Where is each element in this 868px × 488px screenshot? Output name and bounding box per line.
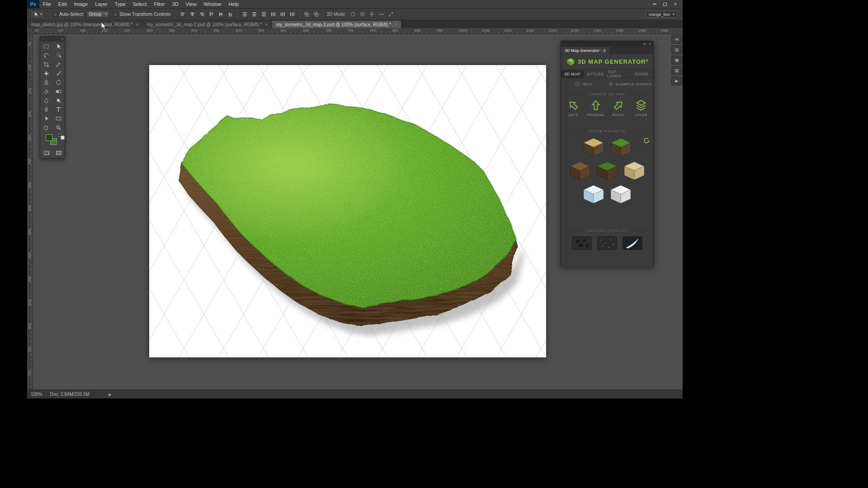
menu-edit[interactable]: Edit	[55, 0, 71, 9]
tool-preset-picker[interactable]: ▾	[31, 10, 44, 19]
style-preset-white[interactable]	[610, 185, 631, 206]
eyedropper-tool[interactable]	[52, 60, 65, 69]
gradient-tool[interactable]	[52, 87, 65, 96]
foreground-color-swatch[interactable]	[46, 134, 52, 141]
style-preset-grass-dirt[interactable]	[610, 138, 631, 159]
menu-image[interactable]: Image	[71, 0, 92, 9]
menu-type[interactable]: Type	[111, 0, 129, 9]
tab-close-icon[interactable]: ×	[136, 22, 138, 27]
align-left-icon[interactable]	[179, 10, 187, 18]
quick-selection-tool[interactable]	[52, 51, 65, 60]
menu-select[interactable]: Select	[129, 0, 151, 9]
tools-panel-header[interactable]: ∙∙ ×	[40, 37, 65, 42]
distribute-v-icon[interactable]	[259, 10, 268, 18]
ground-effect-stones[interactable]	[597, 236, 617, 250]
ground-effect-dark-holes[interactable]	[572, 236, 592, 250]
plugin-tab-styles[interactable]: STYLES	[584, 70, 607, 78]
plugin-tab-icons[interactable]: ICONS	[630, 70, 653, 78]
path-selection-tool[interactable]	[40, 114, 52, 123]
distribute-h-icon[interactable]	[278, 10, 287, 18]
align-middle-icon[interactable]	[217, 10, 225, 18]
timeline-icon[interactable]: ▶	[671, 76, 682, 85]
vertical-ruler[interactable]: 5010015020025030035040045050055060065070…	[27, 34, 33, 389]
menu-layer[interactable]: Layer	[91, 0, 111, 9]
tab-close-icon[interactable]: ×	[265, 22, 268, 27]
ground-effect-feather[interactable]	[623, 236, 642, 250]
plugin-tab-top-layer[interactable]: TOP LAYER	[607, 70, 630, 78]
document-tab-1[interactable]: map_sketch.jpg @ 100% (marquee_tool, RGB…	[27, 21, 143, 28]
style-preset-dirt[interactable]	[570, 161, 590, 182]
ruler-origin-corner[interactable]	[27, 28, 33, 34]
auto-select-checkbox[interactable]	[53, 12, 57, 17]
3d-pan-icon[interactable]	[368, 10, 376, 18]
show-transform-checkbox[interactable]	[113, 12, 118, 17]
crop-tool[interactable]	[40, 60, 52, 69]
create-right-button[interactable]: RIGHT	[608, 99, 629, 127]
create-frontal-button[interactable]: FRONTAL	[585, 99, 606, 127]
create-layer-button[interactable]: LAYER	[631, 99, 651, 127]
workspace-selector[interactable]: orange_box ▾	[646, 11, 677, 18]
collapse-panel-icon[interactable]: ≪	[642, 42, 646, 46]
3d-scene-icon[interactable]: ▦	[671, 56, 682, 65]
layers-icon[interactable]: ▧	[671, 66, 682, 75]
status-flyout-arrow-icon[interactable]: ▶	[108, 392, 112, 397]
screen-mode-button[interactable]	[54, 150, 63, 156]
3d-orbit-icon[interactable]	[349, 10, 357, 18]
minimize-button[interactable]	[650, 1, 659, 7]
close-icon[interactable]: ×	[61, 37, 63, 41]
menu-help[interactable]: Help	[225, 0, 243, 9]
auto-select-scope-dropdown[interactable]: Group ▾	[86, 11, 110, 18]
pen-tool[interactable]	[40, 105, 52, 114]
menu-filter[interactable]: Filter	[150, 0, 168, 9]
app-logo[interactable]: Ps	[27, 0, 39, 9]
style-preset-grass[interactable]	[597, 161, 618, 182]
distribute-h-icon[interactable]	[269, 10, 278, 18]
auto-align-icon[interactable]	[302, 10, 311, 18]
rect-marquee-tool[interactable]	[40, 42, 52, 51]
brush-tool[interactable]	[52, 69, 65, 78]
collapse-panels-icon[interactable]: ≪	[671, 35, 682, 44]
align-bottom-icon[interactable]	[226, 10, 235, 18]
distribute-v-icon[interactable]	[241, 10, 249, 18]
example-shapes-button[interactable]: ▸ EXAMPLE SHAPES	[607, 82, 653, 86]
doc-size-info[interactable]: Doc: 2.84M/239.5M	[50, 392, 90, 397]
plugin-tab-3d-map[interactable]: 3D MAP	[561, 70, 584, 78]
tab-close-icon[interactable]: ×	[394, 22, 397, 27]
3d-slide-icon[interactable]	[377, 10, 386, 18]
menu-view[interactable]: View	[182, 0, 200, 9]
type-tool[interactable]	[52, 105, 65, 114]
zoom-tool[interactable]	[52, 123, 65, 132]
3d-roll-icon[interactable]	[358, 10, 367, 18]
align-top-icon[interactable]	[207, 10, 216, 18]
style-preset-ice[interactable]	[583, 185, 604, 206]
panel-menu-icon[interactable]: ≡	[649, 42, 651, 46]
move-tool[interactable]	[52, 42, 65, 51]
restore-button[interactable]	[660, 1, 670, 7]
menu-file[interactable]: File	[39, 0, 55, 9]
dodge-tool[interactable]	[52, 96, 65, 105]
history-brush-tool[interactable]	[52, 78, 65, 87]
properties-icon[interactable]: ▤	[671, 45, 682, 54]
distribute-h-icon[interactable]	[288, 10, 297, 18]
auto-align-icon[interactable]	[312, 10, 321, 18]
document-tab-2[interactable]: my_isometric_3d_map-2.psd @ 100% (surfac…	[143, 21, 272, 28]
create-left-button[interactable]: LEFT	[563, 99, 584, 127]
quick-mask-button[interactable]	[42, 150, 51, 156]
panel-title-tab[interactable]: 3D Map Generator - 2	[561, 47, 609, 54]
style-preset-sand-grass[interactable]	[583, 138, 604, 159]
align-right-icon[interactable]	[198, 10, 206, 18]
distribute-v-icon[interactable]	[250, 10, 259, 18]
horizontal-ruler[interactable]: 5010015020025030035040045050055060065070…	[33, 28, 683, 34]
help-button[interactable]: ? HELP	[561, 82, 607, 86]
document-tab-3[interactable]: my_isometric_3d_map-3.psd @ 100% (surfac…	[272, 21, 401, 28]
document-canvas[interactable]	[149, 65, 546, 357]
close-button[interactable]: ×	[671, 1, 680, 7]
blur-tool[interactable]	[40, 96, 52, 105]
refresh-presets-icon[interactable]	[643, 137, 650, 144]
menu-3d[interactable]: 3D	[169, 0, 182, 9]
eraser-tool[interactable]	[40, 87, 52, 96]
style-preset-sand[interactable]	[624, 161, 645, 182]
clone-stamp-tool[interactable]	[40, 78, 52, 87]
hand-tool[interactable]	[40, 123, 52, 132]
default-colors-icon[interactable]	[59, 134, 62, 137]
